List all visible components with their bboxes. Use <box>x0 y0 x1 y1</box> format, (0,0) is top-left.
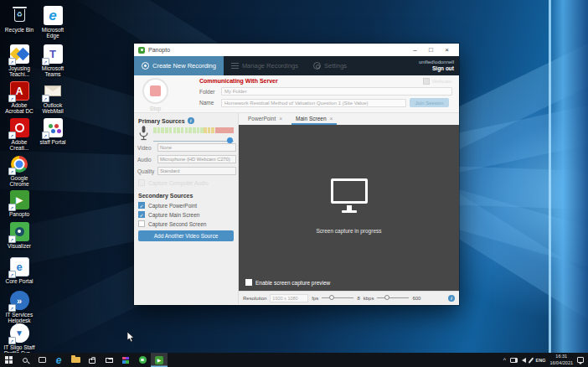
capture-second-screen-option[interactable]: Capture Second Screen <box>138 220 206 227</box>
taskbar-store-button[interactable] <box>84 353 101 367</box>
join-session-button[interactable]: Join Session <box>410 98 449 107</box>
webcast-checkbox[interactable] <box>423 78 430 85</box>
desktop-icon-staff-portal[interactable]: staff Portal <box>36 117 70 145</box>
close-tab-icon[interactable]: × <box>330 116 333 121</box>
desktop-icon-adobe-creative-cloud[interactable]: Adobe Creati... <box>3 117 36 152</box>
meter-red-zone <box>215 127 234 133</box>
recycle-bin-icon <box>9 5 30 26</box>
info-icon[interactable]: i <box>448 295 455 302</box>
desktop-icon-outlook-webmail[interactable]: Outlook WebMail <box>36 80 70 115</box>
second-screen-checkbox[interactable] <box>138 220 145 227</box>
desktop-icon-recycle-bin[interactable]: Recycle Bin <box>3 5 36 33</box>
add-video-source-button[interactable]: Add Another Video Source <box>138 230 234 241</box>
window-navbar: Create New Recording Manage Recordings S… <box>134 56 459 75</box>
window-titlebar: Panopto – □ × <box>134 44 459 56</box>
tray-pen-icon[interactable] <box>529 357 534 363</box>
taskbar: e ▶ ^ ENG 16:31 16/04/2021 <box>0 353 588 367</box>
slider-knob[interactable] <box>227 137 233 143</box>
video-source-row: Video None <box>137 143 236 152</box>
task-view-icon <box>39 357 46 363</box>
desktop-icon-visualizer[interactable]: Visualizer <box>3 221 36 249</box>
powerpoint-checkbox[interactable]: ✓ <box>138 202 145 209</box>
taskbar-mail-button[interactable] <box>101 353 117 367</box>
chrome-icon <box>9 153 30 174</box>
quality-label: Quality <box>137 168 157 174</box>
desktop-icon-label: Recycle Bin <box>3 27 36 33</box>
tray-speaker-icon[interactable] <box>522 358 526 363</box>
audio-source-select[interactable]: Microphone (HD Webcam C270) <box>157 155 236 163</box>
close-tab-icon[interactable]: × <box>279 116 282 121</box>
start-button[interactable] <box>0 353 17 367</box>
webcast-option[interactable]: Webcast <box>423 78 451 85</box>
desktop-icon-microsoft-edge[interactable]: e Microsoft Edge <box>36 5 70 39</box>
kbps-slider[interactable] <box>377 295 409 302</box>
enable-preview-option[interactable]: Enable screen capture preview <box>245 279 330 286</box>
gear-icon <box>313 62 321 70</box>
desktop-icon-panopto[interactable]: ▶ Panopto <box>3 189 36 217</box>
taskbar-file-explorer-button[interactable] <box>67 353 84 367</box>
taskbar-panopto-button[interactable]: ▶ <box>151 353 168 367</box>
tray-expand-icon[interactable]: ^ <box>503 357 506 363</box>
taskbar-colorful-app-button[interactable] <box>117 353 134 367</box>
capture-main-screen-option[interactable]: ✓ Capture Main Screen <box>138 211 199 218</box>
slider-knob[interactable] <box>329 295 334 300</box>
slider-knob[interactable] <box>384 295 389 300</box>
fps-value: 8 <box>357 296 359 301</box>
resolution-input[interactable]: 1920 x 1080 <box>270 294 308 302</box>
envelope-icon <box>43 80 64 101</box>
desktop-icon-label: Visualizer <box>3 243 36 249</box>
tray-clock[interactable]: 16:31 16/04/2021 <box>549 354 573 365</box>
computer-audio-label: Capture Computer Audio <box>148 180 209 186</box>
window-content: Primary Sources i <box>134 113 459 304</box>
action-center-icon[interactable] <box>577 357 584 363</box>
tab-manage-recordings[interactable]: Manage Recordings <box>224 56 306 75</box>
quality-select[interactable]: Standard <box>157 167 236 175</box>
mouse-cursor <box>127 331 135 346</box>
desktop-icon-google-chrome[interactable]: Google Chrome <box>3 153 36 188</box>
folder-input[interactable]: My Folder <box>221 87 452 96</box>
windows-logo-icon <box>5 356 13 364</box>
panopto-icon: ▶ <box>9 189 30 210</box>
list-icon <box>231 63 239 69</box>
tray-language-indicator[interactable]: ENG <box>536 358 546 363</box>
wallpaper-window-pane <box>549 0 588 367</box>
desktop-icon-it-sligo-staff-profile[interactable]: ▼ IT Sligo Staff Profile Sys... <box>3 323 36 357</box>
info-icon[interactable]: i <box>188 117 194 124</box>
session-name-input[interactable]: Homework Residual Method of Valuation Qu… <box>221 99 406 107</box>
video-label: Video <box>137 145 157 151</box>
panopto-icon: ▶ <box>155 356 163 364</box>
tab-main-screen[interactable]: Main Screen × <box>291 113 337 125</box>
desktop-icon-it-services-helpdesk[interactable]: » IT Services Helpdesk <box>3 290 36 324</box>
maximize-button[interactable]: □ <box>423 44 439 56</box>
tab-settings[interactable]: Settings <box>306 56 354 75</box>
sign-out-link[interactable]: Sign out <box>419 65 454 73</box>
desktop-icon-adobe-acrobat[interactable]: A Adobe Acrobat DC <box>3 80 36 115</box>
stop-button[interactable] <box>142 78 168 104</box>
taskbar-search-button[interactable] <box>17 353 34 367</box>
taskbar-edge-button[interactable]: e <box>50 353 67 367</box>
video-source-select[interactable]: None <box>157 143 236 152</box>
main-screen-checkbox[interactable]: ✓ <box>138 211 145 218</box>
close-button[interactable]: × <box>439 44 455 56</box>
primary-sources-label: Primary Sources <box>138 118 185 124</box>
minimize-button[interactable]: – <box>407 44 423 56</box>
search-icon <box>23 358 28 363</box>
fps-slider[interactable] <box>322 295 353 302</box>
taskbar-green-app-button[interactable] <box>134 353 151 367</box>
name-label: Name <box>199 100 221 106</box>
capture-powerpoint-option[interactable]: ✓ Capture PowerPoint <box>138 202 197 209</box>
task-view-button[interactable] <box>34 353 50 367</box>
desktop-icon-microsoft-teams[interactable]: T Microsoft Teams <box>36 44 70 78</box>
creative-cloud-icon <box>9 117 30 138</box>
tab-label: PowerPoint <box>248 116 276 121</box>
desktop-icon-label: Core Portal <box>3 278 36 284</box>
green-app-icon <box>139 356 147 364</box>
desktop-icon-core-portal[interactable]: e Core Portal <box>3 256 36 284</box>
slider-track <box>153 141 234 142</box>
tray-date: 16/04/2021 <box>549 360 573 366</box>
tab-powerpoint[interactable]: PowerPoint × <box>244 113 286 125</box>
desktop-icon-joyusing-teaching[interactable]: Joyusing Teachi... <box>3 44 36 78</box>
desktop-icon-label: Outlook WebMail <box>36 102 70 115</box>
tab-create-new-recording[interactable]: Create New Recording <box>134 56 224 75</box>
preview-checkbox[interactable] <box>245 279 252 286</box>
